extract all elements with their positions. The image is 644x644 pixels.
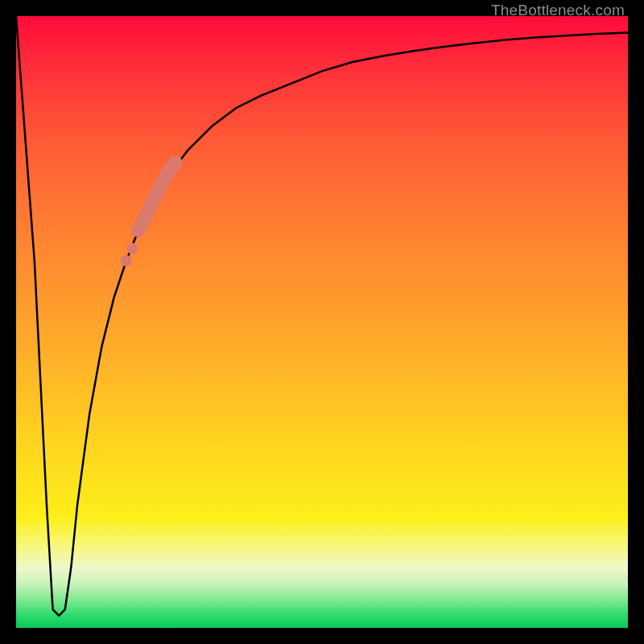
plot-area bbox=[16, 16, 628, 628]
highlight-markers bbox=[121, 155, 183, 266]
marker-dot bbox=[126, 243, 138, 254]
bottleneck-curve bbox=[16, 16, 628, 616]
watermark-text: TheBottleneck.com bbox=[491, 2, 625, 19]
outer-frame: TheBottleneck.com bbox=[0, 0, 644, 644]
marker-dot bbox=[121, 255, 132, 266]
curve-layer bbox=[16, 16, 628, 628]
marker-pill-seg bbox=[165, 160, 180, 175]
